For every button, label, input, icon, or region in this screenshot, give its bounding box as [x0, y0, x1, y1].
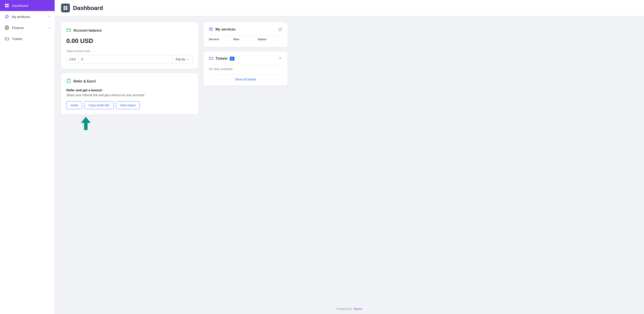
svg-rect-2 [5, 6, 7, 7]
page-header: Dashboard [55, 0, 644, 16]
sidebar-item-finance[interactable]: Finance ▾ [0, 22, 54, 33]
sidebar-item-label: Tickets [12, 37, 22, 41]
account-balance-card: Account balance 0.00 USD Total amount du… [61, 22, 198, 69]
refer-earn-title: Refer & Earn! [74, 80, 96, 83]
svg-rect-12 [66, 8, 68, 10]
finance-icon [4, 25, 9, 30]
main-content: Dashboard Account balance 0.00 USD Total… [55, 0, 644, 314]
teal-arrow-icon [81, 117, 91, 130]
svg-rect-15 [68, 79, 70, 80]
sidebar-item-tickets[interactable]: Tickets [0, 33, 54, 44]
tickets-header: Tickets 0 [209, 56, 282, 61]
refer-earn-header: Refer & Earn! [66, 78, 193, 84]
service-col-service: Service [209, 38, 233, 41]
svg-rect-9 [64, 6, 65, 8]
right-column: My services Service Plan Status [204, 22, 288, 298]
sidebar-item-label: My products [12, 15, 30, 18]
services-title-group: My services [209, 27, 236, 32]
account-balance-header: Account balance [66, 28, 193, 34]
services-star-icon [209, 27, 213, 32]
refer-buttons: Invite Copy invite link View report [66, 101, 193, 109]
arrow-indicator [61, 117, 198, 130]
tickets-icon [209, 56, 213, 61]
tickets-count-badge: 0 [230, 56, 234, 60]
sidebar-item-my-products[interactable]: My products ▾ [0, 11, 54, 22]
svg-rect-3 [7, 6, 8, 7]
tickets-title-group: Tickets 0 [209, 56, 234, 61]
chevron-down-icon [186, 58, 190, 61]
view-report-button[interactable]: View report [116, 101, 140, 109]
svg-line-18 [280, 28, 282, 30]
refer-subtitle: Refer and get a bonus! [66, 88, 193, 92]
balance-icon [66, 28, 71, 34]
account-balance-title: Account balance [74, 28, 102, 32]
amount-input[interactable] [79, 55, 172, 63]
sidebar-item-dashboard[interactable]: Dashboard [0, 0, 54, 11]
external-link-icon[interactable] [278, 28, 282, 32]
services-header: My services [209, 27, 282, 32]
svg-rect-11 [64, 8, 65, 10]
tickets-title-text: Tickets [216, 56, 228, 60]
page-title: Dashboard [73, 5, 103, 12]
left-column: Account balance 0.00 USD Total amount du… [61, 22, 198, 298]
no-data-text: No data available [209, 65, 282, 74]
svg-rect-10 [66, 6, 68, 8]
svg-rect-0 [5, 4, 7, 5]
my-services-card: My services Service Plan Status [204, 22, 288, 47]
refer-icon [66, 78, 71, 84]
svg-rect-1 [7, 4, 8, 5]
service-col-status: Status [258, 38, 282, 41]
chevron-up-icon[interactable] [278, 56, 282, 61]
header-icon [61, 4, 70, 12]
footer-text: Powered by [337, 307, 352, 310]
show-all-tickets-link[interactable]: Show all tickets [209, 78, 282, 81]
currency-label: USD [66, 55, 79, 63]
page-footer: Powered by Splynx [55, 304, 644, 314]
services-title-text: My services [216, 28, 236, 32]
refer-earn-card: Refer & Earn! Refer and get a bonus! Sha… [61, 73, 198, 114]
pay-by-button[interactable]: Pay by [172, 55, 192, 63]
total-due-label: Total amount due [66, 49, 193, 53]
dashboard-icon [4, 3, 9, 8]
footer-brand-link[interactable]: Splynx [354, 307, 362, 310]
balance-amount: 0.00 USD [66, 37, 193, 44]
sidebar-item-label: Finance [12, 26, 24, 30]
sidebar: Dashboard My products ▾ Finance ▾ [0, 0, 55, 314]
content-area: Account balance 0.00 USD Total amount du… [55, 16, 644, 304]
ticket-icon [4, 36, 9, 41]
svg-rect-13 [67, 29, 71, 32]
tickets-card: Tickets 0 No data available Show all tic… [204, 52, 288, 86]
svg-marker-17 [209, 27, 213, 31]
invite-button[interactable]: Invite [66, 101, 82, 109]
sidebar-item-label: Dashboard [12, 4, 28, 8]
copy-invite-link-button[interactable]: Copy invite link [84, 101, 114, 109]
pay-row: USD Pay by [66, 55, 193, 64]
refer-description: Share your referral link and get a bonus… [66, 93, 193, 97]
chevron-down-icon: ▾ [49, 15, 50, 18]
star-icon [4, 14, 9, 19]
chevron-down-icon: ▾ [49, 26, 50, 29]
svg-marker-16 [81, 117, 91, 130]
service-col-plan: Plan [233, 38, 258, 41]
services-table-header: Service Plan Status [209, 36, 282, 43]
svg-marker-4 [5, 15, 9, 18]
